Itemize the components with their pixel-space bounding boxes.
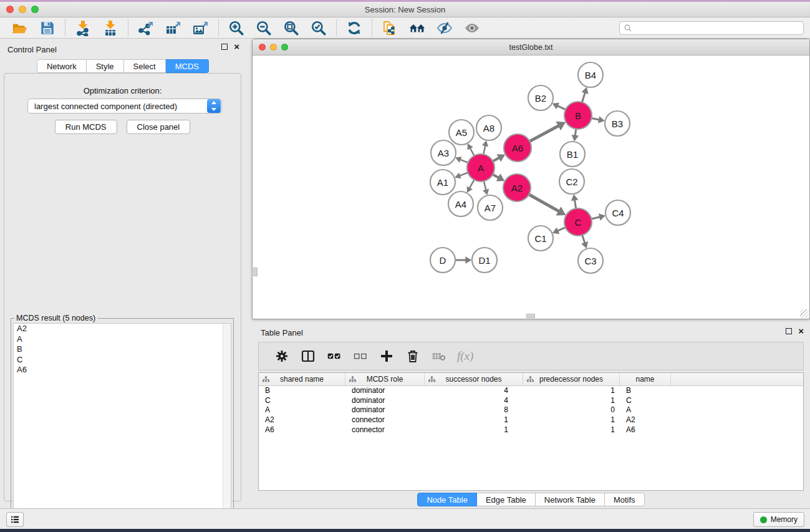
tab-node-table[interactable]: Node Table [417,493,477,506]
tab-select[interactable]: Select [124,59,166,73]
mcds-result-item[interactable]: B [14,344,231,355]
table-row[interactable]: Bdominator41B [259,386,803,396]
memory-button[interactable]: Memory [753,512,804,527]
graph-edge-B-B3[interactable] [592,116,605,123]
network-canvas[interactable]: B4B2BB3B1A5A8A6A3AA1A2A4A7C2CC4C1C3DD1 [253,56,809,318]
delete-icon[interactable] [403,348,422,364]
import-table-icon[interactable] [101,20,120,36]
column-header-mcds-role[interactable]: MCDS role [345,373,425,385]
tab-edge-table[interactable]: Edge Table [477,493,536,506]
save-session-icon[interactable] [38,20,57,36]
network-from-selection-icon[interactable] [380,20,399,36]
graph-node-D[interactable]: D [430,248,455,273]
graph-node-A8[interactable]: A8 [476,115,501,140]
tab-mcds[interactable]: MCDS [166,59,209,73]
result-scrollbar[interactable] [223,324,231,531]
graph-edge-A2-C[interactable] [529,195,566,216]
close-window-icon[interactable] [6,6,14,13]
tab-style[interactable]: Style [87,59,124,73]
minimize-view-icon[interactable] [270,44,277,51]
search-box[interactable] [619,21,804,35]
graph-edge-A6-B[interactable] [529,122,566,142]
zoom-in-icon[interactable] [227,20,246,36]
float-table-panel-icon[interactable] [786,328,792,334]
float-panel-icon[interactable] [221,44,228,50]
graph-node-A3[interactable]: A3 [431,140,456,165]
graph-edge-C-C4[interactable] [591,213,605,220]
graph-edge-C-C1[interactable] [552,228,566,235]
deselect-all-icon[interactable] [351,348,370,364]
mcds-result-item[interactable]: A6 [14,365,231,375]
graph-node-B2[interactable]: B2 [528,85,553,110]
run-mcds-button[interactable]: Run MCDS [55,120,117,134]
graph-edge-A-A1[interactable] [455,173,468,179]
close-panel-icon[interactable]: × [234,44,239,50]
search-input[interactable] [635,24,799,32]
graph-edge-A-A2[interactable] [493,173,504,181]
graph-node-B[interactable]: B [564,102,592,129]
zoom-selected-icon[interactable] [309,20,328,36]
close-table-panel-icon[interactable]: × [798,328,804,334]
tab-network-table[interactable]: Network Table [536,493,605,506]
graph-edge-A-A5[interactable] [468,143,475,156]
graph-edge-A-A8[interactable] [482,140,488,154]
column-header-predecessor-nodes[interactable]: predecessor nodes [523,373,620,385]
export-table-icon[interactable] [164,20,183,36]
close-panel-button[interactable]: Close panel [127,120,191,134]
table-row[interactable]: A6connector11A6 [259,425,803,435]
table-row[interactable]: A2connector11A2 [259,415,803,425]
export-network-icon[interactable] [137,20,155,36]
import-network-icon[interactable] [74,20,92,36]
canvas-left-handle[interactable] [253,268,258,276]
graph-node-A5[interactable]: A5 [449,120,474,145]
mcds-result-item[interactable]: A2 [14,324,231,334]
add-icon[interactable] [377,348,396,364]
graph-node-B1[interactable]: B1 [560,142,585,167]
graph-node-A7[interactable]: A7 [478,195,503,220]
graph-edge-B-B4[interactable] [581,87,588,102]
mcds-result-item[interactable]: C [14,355,231,365]
open-session-icon[interactable] [11,20,29,36]
network-graph[interactable]: B4B2BB3B1A5A8A6A3AA1A2A4A7C2CC4C1C3DD1 [253,56,809,318]
minimize-window-icon[interactable] [19,6,26,13]
graph-edge-A-A7[interactable] [483,181,489,195]
graph-node-A2[interactable]: A2 [503,174,531,201]
graph-edge-B-B2[interactable] [552,103,566,110]
maximize-view-icon[interactable] [281,44,288,51]
task-history-button[interactable] [6,512,24,527]
tab-network[interactable]: Network [37,59,87,73]
graph-edge-D-D1[interactable] [455,256,472,264]
table-row[interactable]: Adominator80A [259,405,803,415]
graph-node-C4[interactable]: C4 [605,200,630,225]
zoom-out-icon[interactable] [254,20,273,36]
show-all-icon[interactable] [463,20,481,36]
gear-icon[interactable] [272,348,291,364]
mcds-result-item[interactable]: A [14,334,231,345]
column-header-name[interactable]: name [620,373,671,385]
graph-edge-A-A4[interactable] [467,180,475,193]
zoom-fit-icon[interactable] [282,20,301,36]
graph-node-C1[interactable]: C1 [528,226,553,251]
graph-node-D1[interactable]: D1 [472,248,497,273]
optimization-criterion-select[interactable]: largest connected component (directed) [27,99,222,114]
graph-edge-A-A6[interactable] [493,154,505,162]
canvas-bottom-handle[interactable] [526,314,535,318]
select-all-icon[interactable] [325,348,344,364]
graph-node-C3[interactable]: C3 [578,248,603,273]
graph-node-C[interactable]: C [564,208,592,236]
graph-node-A6[interactable]: A6 [504,134,531,162]
first-neighbors-icon[interactable] [408,20,427,36]
tab-motifs[interactable]: Motifs [605,493,645,506]
network-window-titlebar[interactable]: testGlobe.txt [253,39,809,56]
refresh-icon[interactable] [345,20,364,36]
graph-node-C2[interactable]: C2 [559,169,584,194]
graph-edge-C-C3[interactable] [581,235,588,249]
resize-grip-icon[interactable] [800,309,809,318]
graph-node-A[interactable]: A [467,154,494,181]
column-header-shared-name[interactable]: shared name [259,373,345,385]
graph-edge-C-C2[interactable] [571,194,578,208]
column-header-successor-nodes[interactable]: successor nodes [425,373,523,385]
maximize-window-icon[interactable] [31,6,39,13]
close-view-icon[interactable] [259,44,266,51]
graph-node-A1[interactable]: A1 [430,170,455,195]
